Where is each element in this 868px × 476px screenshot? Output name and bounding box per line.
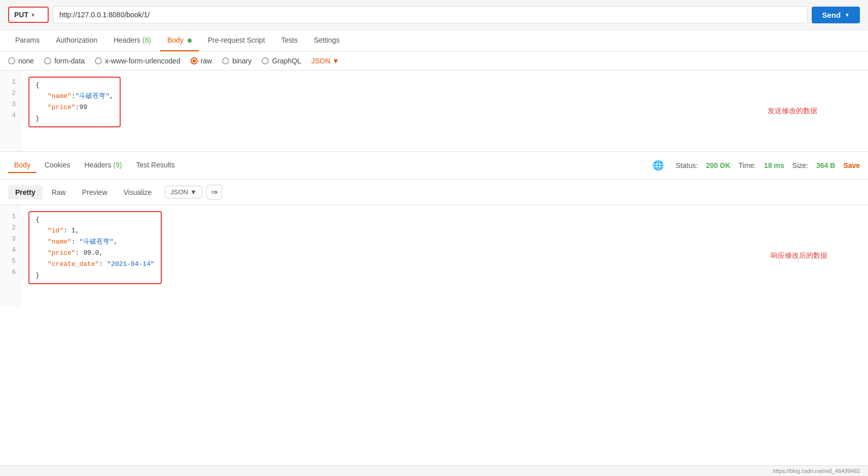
size-value: 364 B (816, 161, 835, 169)
method-chevron-icon: ▼ (30, 12, 35, 18)
send-label: Send (822, 11, 841, 19)
req-line-2: "name":"斗破苍穹", (35, 91, 114, 102)
body-type-raw[interactable]: raw (191, 57, 212, 65)
url-bar: PUT ▼ Send ▼ (0, 0, 868, 30)
req-line-1: { (35, 80, 114, 91)
radio-formdata (44, 57, 51, 64)
body-type-selector: none form-data x-www-form-urlencoded raw… (0, 52, 868, 71)
raw-label: raw (201, 57, 212, 65)
tab-settings[interactable]: Settings (307, 30, 347, 51)
graphql-label: GraphQL (272, 57, 301, 65)
resp-tab-body[interactable]: Body (8, 158, 37, 173)
wrap-icon: ⇒ (211, 188, 218, 196)
url-input[interactable] (53, 6, 808, 23)
tab-headers[interactable]: Headers (8) (106, 30, 158, 51)
request-code-box: { "name":"斗破苍穹", "price":99 } (28, 77, 121, 127)
req-line-4: } (35, 113, 114, 124)
headers-badge: (8) (142, 36, 151, 44)
method-label: PUT (14, 11, 28, 19)
radio-urlencoded (95, 57, 102, 64)
tab-authorization[interactable]: Authorization (49, 30, 104, 51)
response-body-editor: 1 2 3 4 5 6 { "id": 1, "name": "斗破苍穹", "… (0, 205, 868, 307)
line-num-4: 4 (4, 110, 16, 121)
method-selector[interactable]: PUT ▼ (8, 7, 49, 23)
tab-body[interactable]: Body (160, 30, 199, 51)
body-type-urlencoded[interactable]: x-www-form-urlencoded (95, 57, 180, 65)
status-label: Status: (676, 161, 698, 169)
radio-binary (222, 57, 229, 64)
tab-params[interactable]: Params (8, 30, 47, 51)
request-annotation: 发送修改的数据 (768, 107, 817, 116)
resp-line-num-4: 4 (4, 245, 16, 256)
response-status: 🌐 Status: 200 OK Time: 18 ms Size: 364 B… (653, 160, 860, 171)
send-chevron-icon: ▼ (845, 12, 850, 18)
formdata-label: form-data (54, 57, 85, 65)
json-type-label: JSON (311, 57, 330, 65)
resp-line-num-6: 6 (4, 267, 16, 278)
status-value: 200 OK (706, 161, 730, 169)
body-type-graphql[interactable]: GraphQL (262, 57, 301, 65)
response-json-label: JSON (170, 188, 188, 196)
pretty-tabs: Pretty Raw Preview Visualize JSON ▼ ⇒ (0, 180, 868, 205)
resp-line-num-1: 1 (4, 211, 16, 222)
globe-icon: 🌐 (653, 160, 664, 171)
request-tabs: Params Authorization Headers (8) Body Pr… (0, 30, 868, 52)
response-code-content: { "id": 1, "name": "斗破苍穹", "price": 99.0… (20, 205, 868, 307)
resp-line-num-5: 5 (4, 256, 16, 267)
resp-line-5: "create_date": "2021-04-14" (35, 259, 155, 270)
request-body-editor: 1 2 3 4 { "name":"斗破苍穹", "price":99 } 发送… (0, 71, 868, 152)
resp-line-2: "id": 1, (35, 225, 155, 236)
body-type-none[interactable]: none (8, 57, 34, 65)
resp-line-num-2: 2 (4, 222, 16, 233)
radio-raw (191, 57, 198, 64)
pretty-tab-preview[interactable]: Preview (75, 185, 115, 199)
binary-label: binary (232, 57, 251, 65)
resp-tab-headers[interactable]: Headers (9) (79, 158, 128, 173)
request-line-numbers: 1 2 3 4 (0, 71, 20, 151)
tab-prerequest[interactable]: Pre-request Script (201, 30, 272, 51)
response-tabs: Body Cookies Headers (9) Test Results (8, 158, 650, 173)
size-label: Size: (792, 161, 808, 169)
radio-none (8, 57, 15, 64)
response-annotation: 响应修改后的数据 (771, 251, 827, 260)
pretty-tab-visualize[interactable]: Visualize (117, 185, 159, 199)
resp-line-6: } (35, 270, 155, 281)
resp-headers-badge: (9) (113, 161, 122, 169)
json-type-chevron-icon: ▼ (332, 57, 339, 65)
response-header: Body Cookies Headers (9) Test Results 🌐 … (0, 152, 868, 180)
line-num-1: 1 (4, 77, 16, 88)
time-value: 18 ms (764, 161, 784, 169)
resp-tab-cookies[interactable]: Cookies (39, 158, 77, 173)
line-num-3: 3 (4, 99, 16, 110)
time-label: Time: (739, 161, 756, 169)
urlencoded-label: x-www-form-urlencoded (105, 57, 180, 65)
req-line-3: "price":99 (35, 102, 114, 113)
pretty-tab-raw[interactable]: Raw (45, 185, 73, 199)
response-line-numbers: 1 2 3 4 5 6 (0, 205, 20, 307)
resp-tab-testresults[interactable]: Test Results (130, 158, 180, 173)
response-json-selector[interactable]: JSON ▼ (165, 186, 202, 198)
body-type-binary[interactable]: binary (222, 57, 251, 65)
radio-graphql (262, 57, 269, 64)
response-code-box: { "id": 1, "name": "斗破苍穹", "price": 99.0… (28, 211, 162, 284)
send-button[interactable]: Send ▼ (812, 7, 860, 23)
resp-line-4: "price": 99.0, (35, 248, 155, 259)
resp-line-1: { (35, 214, 155, 225)
request-code-content[interactable]: { "name":"斗破苍穹", "price":99 } (20, 71, 868, 151)
tab-tests[interactable]: Tests (274, 30, 305, 51)
none-label: none (18, 57, 34, 65)
resp-line-3: "name": "斗破苍穹", (35, 236, 155, 248)
line-num-2: 2 (4, 88, 16, 99)
save-button[interactable]: Save (843, 161, 860, 169)
pretty-tab-pretty[interactable]: Pretty (8, 185, 43, 199)
body-type-formdata[interactable]: form-data (44, 57, 85, 65)
json-type-selector[interactable]: JSON ▼ (311, 57, 339, 65)
wrap-button[interactable]: ⇒ (206, 185, 222, 199)
resp-json-chevron-icon: ▼ (190, 188, 197, 196)
resp-line-num-3: 3 (4, 233, 16, 245)
body-active-dot (188, 39, 192, 43)
